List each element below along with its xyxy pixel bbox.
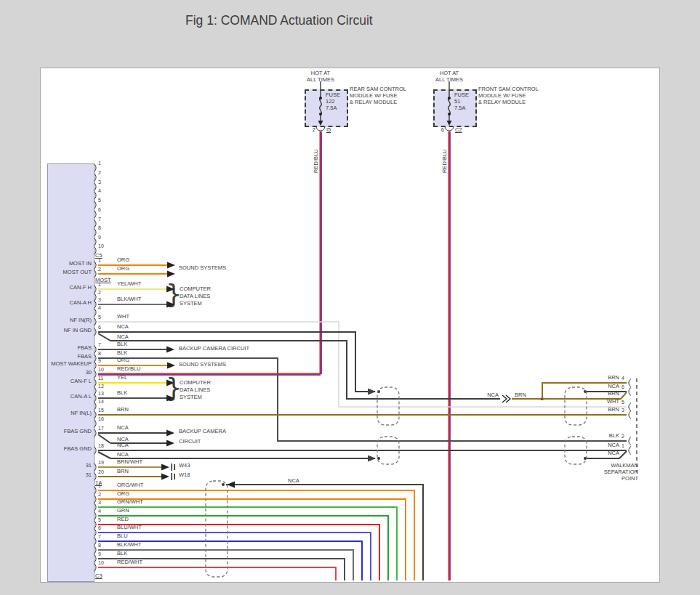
signal-label: NF IN GND	[12, 328, 92, 334]
arrowhead-right	[166, 430, 174, 437]
wire-color-label: BRN	[117, 407, 129, 413]
pin-number: 16	[98, 416, 104, 422]
arrowhead-right	[161, 464, 169, 471]
pin-bracket	[94, 309, 96, 317]
pin-bracket	[94, 362, 96, 370]
signal-label: 30	[12, 370, 92, 376]
wire-color-label: GRN	[117, 508, 129, 514]
pin-bracket	[94, 301, 96, 309]
c3-harness-wire	[98, 567, 336, 580]
signal-label: CAN-A H	[12, 300, 92, 307]
signal-label: 31	[12, 472, 92, 479]
signal-label: CAN-F H	[12, 285, 92, 291]
ground-bar	[174, 464, 176, 470]
arrowhead-right	[166, 395, 174, 402]
pin-number: 2	[98, 267, 101, 272]
wire-color-label: BRN	[579, 375, 619, 381]
pin-number: 8	[98, 543, 101, 549]
pin-bracket	[94, 555, 96, 563]
c3-harness-wire	[98, 507, 397, 580]
signal-label: MOST IN	[12, 261, 92, 267]
wire-color-label: NCA	[117, 452, 129, 458]
ground-ref-label: W43	[179, 463, 190, 469]
wire-color-label: NCA	[579, 442, 619, 449]
pin-bracket	[94, 328, 96, 336]
pin-number: 9	[98, 551, 101, 557]
pin-number: 4	[98, 509, 101, 514]
pin-bracket	[94, 346, 96, 354]
signal-label: FBAS GND	[12, 429, 92, 435]
pin-number: 10	[98, 367, 104, 373]
pin-bracket	[94, 294, 96, 301]
arrowhead-down	[447, 121, 452, 126]
pin-bracket	[94, 286, 96, 294]
pin-bracket	[94, 318, 96, 326]
pin-bracket	[94, 394, 96, 402]
pin-number: 2	[621, 434, 624, 440]
pin-bracket	[94, 420, 96, 428]
pin-bracket	[94, 538, 96, 546]
pin-bracket	[94, 487, 96, 495]
pin-bracket	[94, 411, 96, 419]
wire-color-label: YEL	[117, 375, 127, 381]
wire-color-label: WHT	[579, 399, 619, 405]
pin-number: 15	[98, 408, 104, 413]
inline-connector-chevrons	[502, 395, 510, 402]
wire-color-label: NCA	[579, 450, 619, 457]
signal-label: FBAS	[12, 345, 92, 352]
pin-bracket	[94, 238, 96, 246]
c3-harness-wire	[98, 533, 371, 580]
pin-bracket	[94, 211, 96, 219]
signal-label: FBAS	[12, 354, 92, 360]
wire-color-label: BRN/WHT	[117, 459, 142, 466]
wire-color-label: RED/WHT	[117, 559, 142, 566]
wire-color-label: NCA	[117, 324, 129, 331]
pin-bracket	[94, 521, 96, 529]
wire-color-label: ORG	[117, 357, 129, 364]
ground-ref-label: W18	[179, 472, 190, 479]
signal-label: NF IN(R)	[12, 317, 92, 324]
nca-split-diagonal	[98, 333, 110, 341]
pin-bracket	[629, 447, 631, 455]
junction-dot	[319, 97, 322, 100]
pin-number: 6	[621, 384, 624, 390]
pin-bracket	[94, 464, 96, 471]
junction-dot	[222, 483, 225, 486]
pin-number: 1	[98, 258, 101, 264]
pin-number: 2	[98, 290, 101, 296]
pin-number: 2	[98, 170, 101, 176]
signal-label: CAN-A L	[12, 394, 92, 400]
wire-color-label: ORG	[117, 257, 129, 264]
signal-label: CAN-F L	[12, 379, 92, 385]
pin-bracket	[94, 402, 96, 410]
signal-label: 31	[12, 463, 92, 469]
pin-number: 1	[98, 282, 101, 288]
signal-label: NF IN(L)	[12, 410, 92, 417]
pin-bracket	[94, 387, 96, 395]
pin-number: 6	[98, 207, 101, 213]
pin-bracket	[94, 229, 96, 237]
ground-bar	[172, 473, 173, 480]
pin-number: 17	[98, 426, 104, 432]
fuse-element	[448, 97, 451, 115]
junction-dot	[448, 97, 451, 100]
wire-color-label: BLK/WHT	[117, 542, 141, 549]
arrowhead-right	[161, 474, 169, 480]
arrowhead-right	[167, 271, 175, 278]
arrowhead-right	[166, 380, 174, 386]
pin-bracket	[94, 379, 96, 387]
pin-number: 9	[98, 235, 101, 240]
pin-number: 14	[98, 399, 104, 405]
wire-color-label: BRN	[117, 469, 129, 475]
wht-wire-nf-in-r	[98, 322, 627, 407]
arrowhead-right	[167, 363, 175, 369]
signal-label: FBAS GND	[12, 446, 92, 453]
pin-number: 5	[98, 198, 101, 203]
pin-number: 3	[98, 297, 101, 303]
wire-color-label: BLK	[117, 350, 127, 357]
pin-bracket	[94, 503, 96, 511]
wire-color-label: BRN	[579, 391, 619, 397]
pin-bracket	[629, 403, 631, 411]
inline-connector-dashed	[377, 387, 399, 425]
wire-color-label: NCA	[117, 442, 129, 449]
